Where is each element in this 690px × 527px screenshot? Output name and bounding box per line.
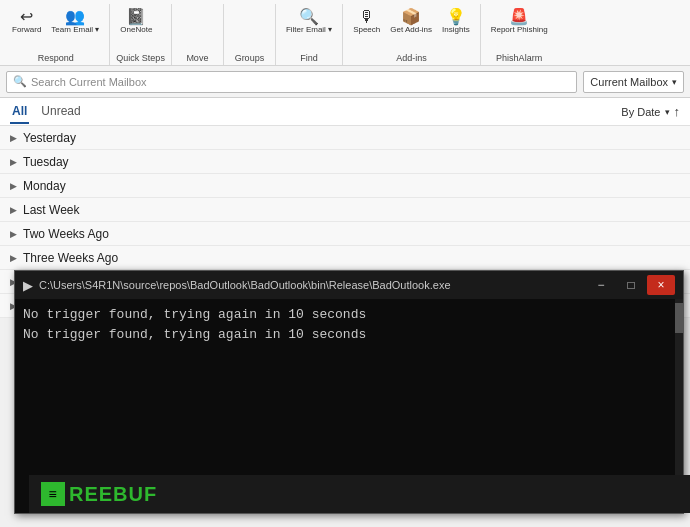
phishalarm-group-label: PhishAlarm (487, 50, 552, 65)
onenote-button[interactable]: 📓 OneNote (116, 6, 156, 37)
mail-group-last-week[interactable]: ▶ Last Week (0, 198, 690, 222)
ribbon-group-quicksteps: 📓 OneNote Quick Steps (112, 4, 172, 65)
find-group-label: Find (282, 50, 336, 65)
move-group-label: Move (178, 50, 217, 65)
get-addins-button[interactable]: 📦 Get Add-ins (386, 6, 436, 37)
tab-all[interactable]: All (10, 100, 29, 124)
mail-group-label: Monday (23, 179, 66, 193)
maximize-button[interactable]: □ (617, 275, 645, 295)
sort-direction-arrow: ↑ (674, 104, 681, 119)
insights-button[interactable]: 💡 Insights (438, 6, 474, 37)
mail-group-yesterday[interactable]: ▶ Yesterday (0, 126, 690, 150)
cmd-line-1: No trigger found, trying again in 10 sec… (23, 305, 675, 325)
cmd-icon: ▶ (23, 278, 33, 293)
addins-group-label: Add-ins (349, 50, 474, 65)
ribbon-sections: ↩ Forward 👥 Team Email ▾ Respond 📓 OneNo… (0, 0, 690, 66)
cmd-line-2: No trigger found, trying again in 10 sec… (23, 325, 675, 345)
forward-button[interactable]: ↩ Forward (8, 6, 45, 37)
minimize-button[interactable]: − (587, 275, 615, 295)
mail-group-three-weeks-ago[interactable]: ▶ Three Weeks Ago (0, 246, 690, 270)
chevron-right-icon: ▶ (10, 205, 17, 215)
cmd-titlebar: ▶ C:\Users\S4R1N\source\repos\BadOutlook… (15, 271, 683, 299)
cmd-window-buttons: − □ × (587, 275, 675, 295)
filter-tabs: All Unread By Date ▾ ↑ (0, 98, 690, 126)
cmd-title: C:\Users\S4R1N\source\repos\BadOutlook\B… (39, 279, 581, 291)
bottom-logo-bar: ≡ REEBUF (29, 475, 690, 513)
ribbon-group-move: Move (174, 4, 224, 65)
groups-group-label: Groups (230, 50, 269, 65)
search-box[interactable]: 🔍 Search Current Mailbox (6, 71, 577, 93)
sort-control[interactable]: By Date ▾ ↑ (621, 104, 680, 119)
mailbox-dropdown-arrow: ▾ (672, 77, 677, 87)
chevron-right-icon: ▶ (10, 157, 17, 167)
close-button[interactable]: × (647, 275, 675, 295)
logo-icon: ≡ (41, 482, 65, 506)
ribbon-group-respond: ↩ Forward 👥 Team Email ▾ Respond (4, 4, 110, 65)
logo-text: REEBUF (69, 483, 157, 506)
mail-group-label: Two Weeks Ago (23, 227, 109, 241)
ribbon-group-phishalarm: 🚨 Report Phishing PhishAlarm (483, 4, 558, 65)
mail-group-monday[interactable]: ▶ Monday (0, 174, 690, 198)
search-icon: 🔍 (13, 75, 27, 88)
mail-group-label: Yesterday (23, 131, 76, 145)
chevron-right-icon: ▶ (10, 133, 17, 143)
ribbon-group-groups: Groups (226, 4, 276, 65)
team-email-button[interactable]: 👥 Team Email ▾ (47, 6, 103, 37)
mail-group-label: Tuesday (23, 155, 69, 169)
mail-group-label: Last Week (23, 203, 79, 217)
sort-dropdown-arrow: ▾ (665, 107, 670, 117)
mail-group-two-weeks-ago[interactable]: ▶ Two Weeks Ago (0, 222, 690, 246)
ribbon-group-find: 🔍 Filter Email ▾ Find (278, 4, 343, 65)
cmd-window: ▶ C:\Users\S4R1N\source\repos\BadOutlook… (14, 270, 684, 514)
ribbon-group-addins: 🎙 Speech 📦 Get Add-ins 💡 Insights Add-in… (345, 4, 481, 65)
chevron-right-icon: ▶ (10, 253, 17, 263)
mailbox-selector[interactable]: Current Mailbox ▾ (583, 71, 684, 93)
quicksteps-group-label: Quick Steps (116, 50, 165, 65)
speech-button[interactable]: 🎙 Speech (349, 6, 384, 37)
scrollbar-thumb[interactable] (675, 303, 683, 333)
freebuf-logo: ≡ REEBUF (41, 482, 157, 506)
search-bar: 🔍 Search Current Mailbox Current Mailbox… (0, 66, 690, 98)
mail-group-tuesday[interactable]: ▶ Tuesday (0, 150, 690, 174)
search-placeholder: Search Current Mailbox (31, 76, 147, 88)
filter-email-button[interactable]: 🔍 Filter Email ▾ (282, 6, 336, 37)
sort-label: By Date (621, 106, 660, 118)
report-phishing-button[interactable]: 🚨 Report Phishing (487, 6, 552, 37)
tab-unread[interactable]: Unread (39, 100, 82, 124)
outlook-panel: ↩ Forward 👥 Team Email ▾ Respond 📓 OneNo… (0, 0, 690, 270)
respond-group-label: Respond (8, 50, 103, 65)
chevron-right-icon: ▶ (10, 229, 17, 239)
mailbox-label: Current Mailbox (590, 76, 668, 88)
mail-group-label: Three Weeks Ago (23, 251, 118, 265)
chevron-right-icon: ▶ (10, 181, 17, 191)
